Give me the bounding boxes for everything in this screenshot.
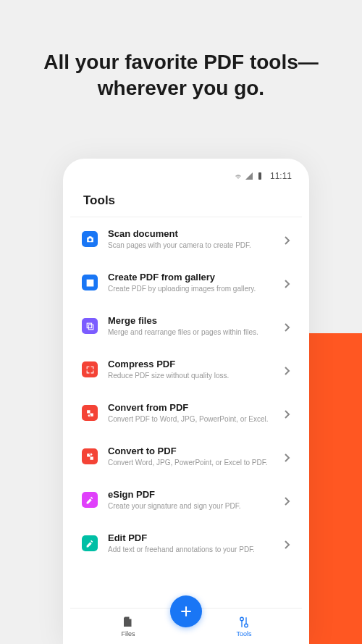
tool-desc: Convert Word, JPG, PowerPoint, or Excel …	[108, 458, 274, 467]
tool-title: Convert to PDF	[108, 446, 274, 456]
sign-icon	[82, 492, 98, 508]
status-bar: 11:11	[70, 166, 302, 186]
tool-convert-from-pdf[interactable]: Convert from PDF Convert PDF to Word, JP…	[82, 391, 290, 435]
tool-desc: Create your signature and sign your PDF.	[108, 501, 274, 511]
tool-scan-document[interactable]: Scan document Scan pages with your camer…	[82, 217, 290, 261]
chevron-right-icon	[285, 365, 290, 374]
tool-create-from-gallery[interactable]: Create PDF from gallery Create PDF by up…	[82, 261, 290, 304]
bottom-nav: Files Tools	[70, 608, 302, 644]
tool-title: Compress PDF	[108, 359, 274, 369]
chevron-right-icon	[285, 322, 290, 330]
marketing-headline: All your favorite PDF tools—wherever you…	[0, 0, 362, 102]
chevron-right-icon	[285, 495, 290, 504]
chevron-right-icon	[285, 452, 290, 461]
phone-screen: 11:11 Tools Scan document Scan pages wit…	[70, 166, 302, 644]
convert-to-icon	[82, 448, 98, 464]
merge-icon	[82, 318, 98, 334]
tool-title: Create PDF from gallery	[108, 272, 274, 283]
svg-rect-0	[258, 172, 261, 180]
chevron-right-icon	[285, 409, 290, 417]
nav-label: Files	[121, 630, 135, 637]
nav-tools[interactable]: Tools	[186, 609, 302, 644]
convert-from-icon	[82, 405, 98, 421]
camera-icon	[82, 231, 98, 247]
svg-point-3	[240, 617, 244, 621]
tool-desc: Scan pages with your camera to create PD…	[108, 241, 274, 250]
tool-title: Convert from PDF	[108, 402, 274, 413]
svg-rect-2	[88, 325, 93, 330]
wifi-icon	[234, 172, 243, 180]
signal-icon	[245, 172, 253, 180]
tool-desc: Add text or freehand annotations to your…	[108, 545, 274, 554]
nav-label: Tools	[236, 630, 251, 637]
phone-frame: 11:11 Tools Scan document Scan pages wit…	[63, 159, 309, 644]
fab-add-button[interactable]	[170, 595, 202, 627]
tool-title: eSign PDF	[108, 489, 274, 500]
compress-icon	[82, 361, 98, 377]
chevron-right-icon	[285, 235, 290, 243]
tool-title: Scan document	[108, 228, 274, 239]
plus-icon	[179, 604, 193, 619]
page-title: Tools	[83, 193, 289, 208]
tools-list: Scan document Scan pages with your camer…	[70, 217, 302, 608]
tools-icon	[237, 616, 251, 629]
chevron-right-icon	[285, 278, 290, 287]
tool-desc: Create PDF by uploading images from gall…	[108, 284, 274, 293]
tool-merge-files[interactable]: Merge files Merge and rearrange files or…	[82, 304, 290, 348]
edit-icon	[82, 535, 98, 551]
tool-desc: Reduce PDF size without quality loss.	[108, 371, 274, 380]
tool-title: Merge files	[108, 315, 274, 326]
decorative-orange-block	[308, 333, 362, 644]
tool-title: Edit PDF	[108, 532, 274, 543]
chevron-right-icon	[285, 539, 290, 548]
files-icon	[122, 616, 135, 629]
battery-icon	[256, 172, 264, 180]
tool-esign-pdf[interactable]: eSign PDF Create your signature and sign…	[82, 478, 290, 522]
status-time: 11:11	[270, 171, 292, 181]
tool-edit-pdf[interactable]: Edit PDF Add text or freehand annotation…	[82, 522, 290, 565]
tool-compress-pdf[interactable]: Compress PDF Reduce PDF size without qua…	[82, 348, 290, 391]
svg-point-4	[245, 624, 248, 627]
tool-convert-to-pdf[interactable]: Convert to PDF Convert Word, JPG, PowerP…	[82, 435, 290, 478]
tool-desc: Merge and rearrange files or pages withi…	[108, 327, 274, 337]
tool-desc: Convert PDF to Word, JPG, PowerPoint, or…	[108, 414, 274, 424]
page-header: Tools	[70, 186, 302, 217]
nav-files[interactable]: Files	[70, 609, 186, 644]
svg-rect-1	[87, 323, 92, 328]
image-icon	[82, 275, 98, 290]
